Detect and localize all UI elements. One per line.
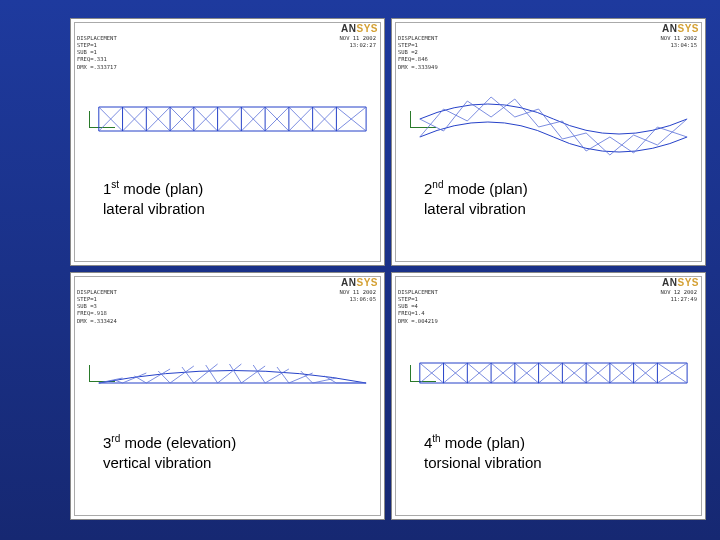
panel-mode-4: ANSYS DISPLACEMENT STEP=1 SUB =4 FREQ=1.… bbox=[391, 272, 706, 520]
caption-rest: mode (plan) bbox=[441, 434, 525, 451]
svg-line-38 bbox=[444, 109, 468, 121]
caption-ord: rd bbox=[111, 433, 120, 444]
logo-an: AN bbox=[662, 277, 677, 288]
svg-line-70 bbox=[229, 364, 241, 383]
svg-line-75 bbox=[289, 373, 313, 383]
ansys-logo: ANSYS bbox=[662, 23, 699, 34]
svg-line-62 bbox=[134, 376, 146, 383]
meta-right: NOV 11 2002 13:06:05 bbox=[340, 289, 376, 303]
caption-ord: th bbox=[432, 433, 440, 444]
caption-rest: mode (plan) bbox=[119, 180, 203, 197]
logo-an: AN bbox=[662, 23, 677, 34]
logo-sys: SYS bbox=[356, 277, 378, 288]
truss-plot-1 bbox=[79, 59, 376, 179]
svg-line-66 bbox=[182, 367, 194, 383]
panel-mode-1: ANSYS DISPLACEMENT STEP=1 SUB =1 FREQ=.3… bbox=[70, 18, 385, 266]
caption-ord: st bbox=[111, 179, 119, 190]
svg-line-49 bbox=[562, 133, 586, 139]
ansys-logo: ANSYS bbox=[341, 277, 378, 288]
svg-line-67 bbox=[194, 364, 218, 383]
svg-line-51 bbox=[586, 137, 610, 151]
svg-line-59 bbox=[99, 378, 123, 383]
logo-sys: SYS bbox=[677, 23, 699, 34]
svg-line-57 bbox=[657, 119, 687, 145]
svg-line-65 bbox=[170, 366, 194, 383]
logo-sys: SYS bbox=[677, 277, 699, 288]
svg-line-41 bbox=[467, 97, 491, 121]
meta-right: NOV 12 2002 11:27:49 bbox=[661, 289, 697, 303]
caption-1: 1st mode (plan) lateral vibration bbox=[99, 176, 209, 222]
caption-2: 2nd mode (plan) lateral vibration bbox=[420, 176, 532, 222]
truss-plot-3 bbox=[79, 313, 376, 433]
truss-plot-2 bbox=[400, 59, 697, 179]
caption-rest: mode (elevation) bbox=[120, 434, 236, 451]
logo-an: AN bbox=[341, 277, 356, 288]
truss-plot-4 bbox=[400, 313, 697, 433]
caption-4: 4th mode (plan) torsional vibration bbox=[420, 430, 546, 476]
caption-rest: mode (plan) bbox=[443, 180, 527, 197]
caption-line2: lateral vibration bbox=[424, 200, 526, 217]
svg-line-39 bbox=[444, 101, 468, 131]
svg-line-69 bbox=[218, 364, 242, 383]
meta-right: NOV 11 2002 13:02:27 bbox=[340, 35, 376, 49]
ansys-logo: ANSYS bbox=[341, 23, 378, 34]
caption-line2: torsional vibration bbox=[424, 454, 542, 471]
svg-line-68 bbox=[206, 365, 218, 383]
svg-line-45 bbox=[515, 109, 539, 117]
svg-line-36 bbox=[420, 119, 444, 131]
ansys-logo: ANSYS bbox=[662, 277, 699, 288]
svg-line-47 bbox=[539, 121, 563, 127]
panel-mode-2: ANSYS DISPLACEMENT STEP=1 SUB =2 FREQ=.8… bbox=[391, 18, 706, 266]
caption-3: 3rd mode (elevation) vertical vibration bbox=[99, 430, 240, 476]
svg-line-55 bbox=[634, 127, 658, 153]
svg-line-71 bbox=[241, 366, 265, 383]
panel-grid: ANSYS DISPLACEMENT STEP=1 SUB =1 FREQ=.3… bbox=[70, 18, 706, 520]
logo-sys: SYS bbox=[356, 23, 378, 34]
caption-ord: nd bbox=[432, 179, 443, 190]
caption-line2: vertical vibration bbox=[103, 454, 211, 471]
meta-right: NOV 11 2002 13:04:15 bbox=[661, 35, 697, 49]
panel-mode-3: ANSYS DISPLACEMENT STEP=1 SUB =3 FREQ=.9… bbox=[70, 272, 385, 520]
caption-line2: lateral vibration bbox=[103, 200, 205, 217]
logo-an: AN bbox=[341, 23, 356, 34]
